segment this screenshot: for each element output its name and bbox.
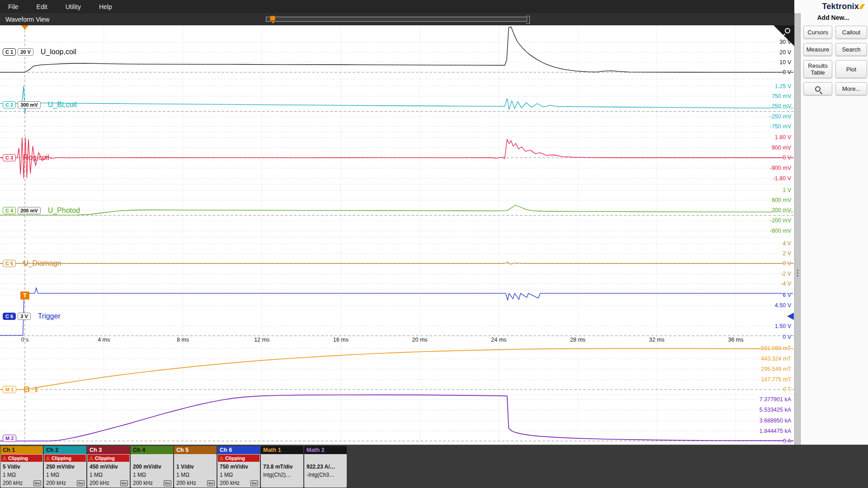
scale-label: -4 V <box>781 281 791 287</box>
badge-header[interactable]: Math 1 <box>261 446 303 454</box>
badge-row: 1 MΩ <box>44 471 86 479</box>
scale-label: 600 mV <box>772 197 791 203</box>
horizontal-position-ruler[interactable] <box>266 17 527 22</box>
clipping-spacer <box>131 455 173 462</box>
scale-label: -1.80 V <box>773 175 791 182</box>
callout-button[interactable]: Callout <box>835 26 867 39</box>
clipping-warning: ⚠Clipping <box>1 455 42 462</box>
menu-bar: FileEditUtilityHelp <box>0 0 794 13</box>
settings-badge-math1[interactable]: Math 173.8 mT/divIntg(Ch2)… <box>261 446 303 488</box>
channel-badge-m1[interactable]: M 1 <box>3 386 16 393</box>
badge-row: 200 kHzBw <box>44 479 86 487</box>
channel-row-m2: M 2 <box>3 433 16 443</box>
badge-header[interactable]: Ch 6 <box>217 446 260 454</box>
warning-icon: ⚠ <box>219 455 224 461</box>
scale-label: 0 V <box>783 334 791 340</box>
trace-m1[interactable] <box>0 348 793 389</box>
settings-badge-ch6[interactable]: Ch 6⚠Clipping750 mV/div1 MΩ200 kHzBw <box>217 446 260 488</box>
menu-edit[interactable]: Edit <box>37 3 47 10</box>
scale-label: 900 mV <box>772 145 791 151</box>
channel-badge-c2[interactable]: C 2 <box>3 101 16 108</box>
time-axis-label: 0 s <box>21 337 29 343</box>
menu-utility[interactable]: Utility <box>66 3 81 10</box>
channel-badge-c5[interactable]: C 5 <box>3 260 16 267</box>
traces-svg <box>0 25 794 445</box>
channel-scale-c4[interactable]: 200 mV <box>18 207 41 214</box>
badge-row: 5 V/div <box>0 463 43 471</box>
settings-bar: Ch 1⚠Clipping5 V/div1 MΩ200 kHzBwCh 2⚠Cl… <box>0 445 868 488</box>
channel-scale-c6[interactable]: 3 V <box>18 313 31 320</box>
channel-label-c2: U_Bt,coil <box>48 101 77 109</box>
waveform-view-window: Waveform View T 0 s4 ms8 ms12 ms16 ms20 … <box>0 13 794 445</box>
warning-icon: ⚠ <box>46 455 50 461</box>
channel-badge-c1[interactable]: C 1 <box>3 48 16 56</box>
badge-row: 750 mV/div <box>217 463 260 471</box>
trigger-level-icon[interactable] <box>787 313 794 320</box>
trace-c3[interactable] <box>0 137 793 178</box>
settings-badge-ch2[interactable]: Ch 2⚠Clipping250 mV/div1 MΩ200 kHzBw <box>44 446 86 488</box>
waveform-view-title: Waveform View <box>5 16 49 23</box>
channel-badge-c3[interactable]: C 3 <box>3 154 16 161</box>
menu-file[interactable]: File <box>8 3 19 10</box>
trigger-position-icon[interactable] <box>21 25 28 30</box>
zoom-button[interactable] <box>803 82 832 95</box>
scale-label: 750 mV <box>772 93 791 99</box>
time-axis-label: 36 ms <box>728 337 743 343</box>
scale-label: 1.844475 kA <box>760 428 791 434</box>
search-button[interactable]: Search <box>835 43 867 56</box>
more-button[interactable]: More... <box>835 82 867 95</box>
badge-row: 1 MΩ <box>131 471 173 479</box>
scale-label: 0 T <box>783 386 791 393</box>
scale-label: 6 V <box>783 292 791 298</box>
clipping-warning: ⚠Clipping <box>44 455 86 462</box>
trace-c1[interactable] <box>0 27 793 72</box>
cursors-button[interactable]: Cursors <box>803 26 832 39</box>
waveform-view-titlebar[interactable]: Waveform View <box>0 13 794 25</box>
channel-badge-m2[interactable]: M 2 <box>3 435 16 442</box>
badge-header[interactable]: Ch 2 <box>44 446 86 454</box>
badge-row: 200 kHzBw <box>131 479 173 487</box>
menu-help[interactable]: Help <box>99 3 112 10</box>
channel-label-c5: U_Diamagn <box>23 259 61 267</box>
badge-header[interactable]: Ch 5 <box>174 446 217 454</box>
trace-m2[interactable] <box>0 395 793 441</box>
zoom-icon <box>815 86 821 92</box>
badge-header[interactable]: Ch 1 <box>0 446 43 454</box>
channel-badge-c6[interactable]: C 6 <box>3 313 16 320</box>
settings-badge-ch3[interactable]: Ch 3⚠Clipping450 mV/div1 MΩ200 kHzBw <box>87 446 130 488</box>
badge-header[interactable]: Ch 4 <box>131 446 173 454</box>
badge-row: 922.23 A/… <box>304 463 347 471</box>
zoom-corner-icon[interactable] <box>774 25 794 46</box>
trace-c2[interactable] <box>0 86 793 114</box>
settings-badge-math2[interactable]: Math 2922.23 A/…-Intg(Ch3… <box>304 446 347 488</box>
badge-row: 1 MΩ <box>217 471 260 479</box>
badge-row: 1 MΩ <box>174 471 217 479</box>
divider-dot-icon <box>797 275 798 277</box>
panel-divider-handle[interactable] <box>794 13 801 445</box>
expansion-point-icon[interactable] <box>270 16 275 21</box>
waveform-plot[interactable]: T 0 s4 ms8 ms12 ms16 ms20 ms24 ms28 ms32… <box>0 25 794 445</box>
measure-button[interactable]: Measure <box>803 43 832 56</box>
channel-scale-c1[interactable]: 20 V <box>18 48 33 56</box>
badge-header[interactable]: Math 2 <box>304 446 347 454</box>
channel-badge-c4[interactable]: C 4 <box>3 207 16 214</box>
scale-label: 591.099 mT <box>761 345 791 352</box>
trigger-source-icon[interactable]: T <box>20 291 29 300</box>
scale-label: 3.688950 kA <box>760 418 791 424</box>
results-table-button[interactable]: Results Table <box>803 60 832 78</box>
channel-row-c5: C 5U_Diamagn <box>3 258 61 268</box>
bandwidth-chip-icon: Bw <box>164 480 171 486</box>
badge-header[interactable]: Ch 3 <box>87 446 130 454</box>
settings-badge-ch1[interactable]: Ch 1⚠Clipping5 V/div1 MΩ200 kHzBw <box>0 446 43 488</box>
channel-scale-c2[interactable]: 300 mV <box>18 101 41 108</box>
trace-c4[interactable] <box>0 205 793 215</box>
trace-c5[interactable] <box>0 262 793 265</box>
add-new-heading: Add New... <box>802 14 865 21</box>
time-axis-label: 28 ms <box>570 337 585 343</box>
settings-badge-ch5[interactable]: Ch 51 V/div1 MΩ200 kHzBw <box>174 446 217 488</box>
scale-label: -2 V <box>781 271 791 277</box>
scale-label: 5.533425 kA <box>760 407 791 413</box>
settings-badge-ch4[interactable]: Ch 4200 mV/div1 MΩ200 kHzBw <box>131 446 173 488</box>
plot-button[interactable]: Plot <box>835 60 867 78</box>
trace-c6[interactable] <box>0 288 793 336</box>
